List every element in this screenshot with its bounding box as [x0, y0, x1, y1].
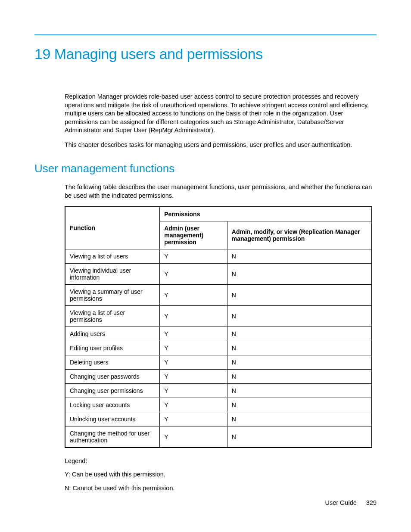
cell-admin-user: Y [160, 369, 227, 383]
table-body: Viewing a list of users Y N Viewing indi… [65, 249, 372, 448]
table-row: Deleting users Y N [65, 355, 372, 369]
legend-y: Y: Can be used with this permission. [65, 470, 377, 479]
cell-admin-rep: N [227, 383, 372, 398]
table-row: Changing the method for user authenticat… [65, 426, 372, 448]
cell-admin-rep: N [227, 426, 372, 448]
cell-function: Changing the method for user authenticat… [65, 426, 160, 448]
table-header-admin-rep: Admin, modify, or view (Replication Mana… [227, 221, 372, 249]
cell-admin-rep: N [227, 263, 372, 284]
cell-function: Viewing a list of users [65, 249, 160, 263]
cell-function: Viewing a summary of user permissions [65, 284, 160, 305]
cell-function: Deleting users [65, 355, 160, 369]
table-row: Viewing a list of user permissions Y N [65, 305, 372, 327]
table-row: Changing user permissions Y N [65, 383, 372, 398]
cell-admin-user: Y [160, 249, 227, 263]
cell-function: Viewing individual user information [65, 263, 160, 284]
table-row: Locking user accounts Y N [65, 398, 372, 412]
cell-admin-user: Y [160, 341, 227, 355]
cell-admin-user: Y [160, 383, 227, 398]
cell-admin-rep: N [227, 305, 372, 327]
section-lead: The following table describes the user m… [65, 183, 372, 200]
cell-admin-user: Y [160, 263, 227, 284]
cell-admin-rep: N [227, 369, 372, 383]
cell-admin-rep: N [227, 341, 372, 355]
table-row: Viewing individual user information Y N [65, 263, 372, 284]
table-row: Editing user profiles Y N [65, 341, 372, 355]
footer-page-number: 329 [366, 499, 377, 506]
intro-paragraph-1: Replication Manager provides role-based … [65, 93, 372, 135]
top-divider [34, 34, 377, 35]
cell-admin-user: Y [160, 284, 227, 305]
cell-admin-rep: N [227, 412, 372, 426]
table-header-function: Function [65, 207, 160, 249]
cell-admin-rep: N [227, 249, 372, 263]
footer-doc-title: User Guide [325, 499, 356, 506]
page-footer: User Guide 329 [325, 499, 377, 506]
cell-admin-user: Y [160, 327, 227, 341]
cell-admin-rep: N [227, 355, 372, 369]
cell-admin-rep: N [227, 284, 372, 305]
cell-admin-user: Y [160, 305, 227, 327]
table-row: Viewing a summary of user permissions Y … [65, 284, 372, 305]
cell-admin-user: Y [160, 398, 227, 412]
table-header-row-1: Function Permissions [65, 207, 372, 221]
cell-function: Unlocking user accounts [65, 412, 160, 426]
intro-paragraph-2: This chapter describes tasks for managin… [65, 141, 372, 149]
cell-function: Changing user passwords [65, 369, 160, 383]
cell-function: Editing user profiles [65, 341, 160, 355]
cell-function: Locking user accounts [65, 398, 160, 412]
table-row: Unlocking user accounts Y N [65, 412, 372, 426]
legend-label: Legend: [65, 457, 377, 466]
table-row: Viewing a list of users Y N [65, 249, 372, 263]
table-row: Changing user passwords Y N [65, 369, 372, 383]
cell-admin-rep: N [227, 327, 372, 341]
cell-admin-user: Y [160, 355, 227, 369]
cell-admin-user: Y [160, 426, 227, 448]
cell-function: Viewing a list of user permissions [65, 305, 160, 327]
table-header-admin-user: Admin (user management) permission [160, 221, 227, 249]
cell-admin-rep: N [227, 398, 372, 412]
section-heading-user-management: User management functions [34, 162, 377, 175]
cell-function: Changing user permissions [65, 383, 160, 398]
table-row: Adding users Y N [65, 327, 372, 341]
legend-n: N: Cannot be used with this permission. [65, 484, 377, 493]
permissions-table: Function Permissions Admin (user managem… [65, 206, 372, 448]
cell-function: Adding users [65, 327, 160, 341]
table-header-permissions: Permissions [160, 207, 372, 221]
chapter-title: 19 Managing users and permissions [34, 46, 377, 62]
cell-admin-user: Y [160, 412, 227, 426]
